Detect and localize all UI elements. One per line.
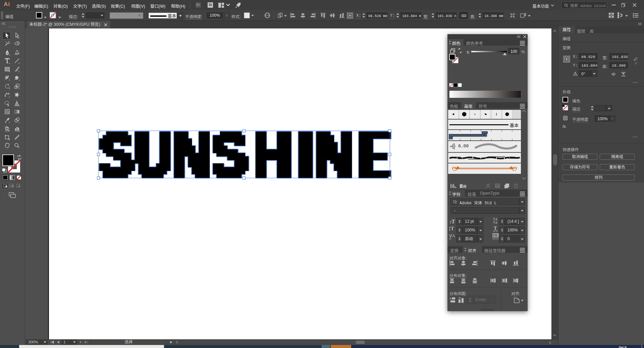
svg-text:A: A xyxy=(495,221,498,224)
svg-text:T: T xyxy=(494,226,497,231)
svg-text:T: T xyxy=(451,226,454,231)
